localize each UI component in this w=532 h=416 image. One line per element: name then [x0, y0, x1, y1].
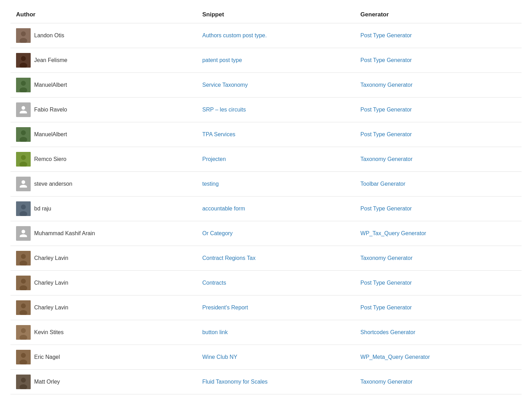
author-cell: Matt Orley — [10, 370, 197, 394]
snippet-link[interactable]: testing — [202, 181, 219, 187]
author-cell: Charley Lavin — [10, 271, 197, 295]
generator-link[interactable]: Post Type Generator — [360, 305, 412, 310]
generator-cell[interactable]: Post Type Generator — [355, 295, 522, 320]
author-name: Remco Siero — [34, 156, 66, 162]
svg-point-4 — [21, 56, 26, 61]
avatar — [16, 28, 31, 43]
main-container: Author Snippet Generator Landon OtisAuth… — [0, 0, 532, 401]
generator-link[interactable]: Toolbar Generator — [360, 181, 405, 187]
snippet-link[interactable]: TPA Services — [202, 131, 235, 137]
generator-link[interactable]: Post Type Generator — [360, 131, 412, 137]
snippet-link[interactable]: Contract Regions Tax — [202, 255, 256, 261]
author-name: Muhammad Kashif Arain — [34, 230, 95, 237]
snippet-link[interactable]: President's Report — [202, 305, 248, 310]
avatar — [16, 350, 31, 364]
snippet-link[interactable]: Fluid Taxonomy for Scales — [202, 379, 267, 385]
generator-header: Generator — [355, 7, 522, 23]
generator-link[interactable]: Taxonomy Generator — [360, 255, 412, 261]
snippet-cell[interactable]: Projecten — [197, 147, 355, 172]
avatar — [16, 300, 31, 315]
table-row: Charley LavinContractsPost Type Generato… — [10, 271, 522, 295]
snippet-cell[interactable]: Authors custom post type. — [197, 23, 355, 48]
svg-point-1 — [21, 31, 26, 36]
generator-cell[interactable]: Post Type Generator — [355, 122, 522, 147]
table-row: Charley LavinContract Regions TaxTaxonom… — [10, 246, 522, 271]
generator-cell[interactable]: Post Type Generator — [355, 271, 522, 295]
snippet-cell[interactable]: President's Report — [197, 295, 355, 320]
svg-point-22 — [21, 279, 26, 284]
author-cell: Fabio Ravelo — [10, 98, 197, 122]
snippet-cell[interactable]: SRP – les circuits — [197, 98, 355, 122]
snippet-cell[interactable]: button link — [197, 320, 355, 345]
generator-cell[interactable]: Post Type Generator — [355, 48, 522, 73]
table-row: steve andersontestingToolbar Generator — [10, 172, 522, 197]
generator-link[interactable]: Taxonomy Generator — [360, 82, 412, 88]
author-info: Fabio Ravelo — [16, 102, 191, 117]
snippet-cell[interactable]: Contracts — [197, 271, 355, 295]
snippet-link[interactable]: Contracts — [202, 280, 226, 286]
avatar — [16, 375, 31, 389]
snippet-link[interactable]: Projecten — [202, 156, 226, 162]
generator-link[interactable]: WP_Tax_Query Generator — [360, 230, 426, 236]
snippet-cell[interactable]: Contract Regions Tax — [197, 246, 355, 271]
author-header: Author — [10, 7, 197, 23]
avatar — [16, 226, 31, 241]
avatar — [16, 78, 31, 92]
generator-cell[interactable]: Taxonomy Generator — [355, 73, 522, 98]
table-row: Matt OrleyFluid Taxonomy for ScalesTaxon… — [10, 370, 522, 394]
generator-link[interactable]: Taxonomy Generator — [360, 156, 412, 162]
generator-link[interactable]: Post Type Generator — [360, 57, 412, 63]
snippet-link[interactable]: patent post type — [202, 57, 242, 63]
author-cell: bd raju — [10, 197, 197, 221]
table-row: ManuelAlbertTPA ServicesPost Type Genera… — [10, 122, 522, 147]
svg-point-7 — [21, 81, 26, 86]
author-info: Matt Orley — [16, 375, 191, 389]
snippet-link[interactable]: Wine Club NY — [202, 354, 237, 360]
generator-cell[interactable]: Taxonomy Generator — [355, 147, 522, 172]
table-row: Landon OtisAuthors custom post type.Post… — [10, 23, 522, 48]
author-info: Jean Felisme — [16, 53, 191, 68]
author-info: Charley Lavin — [16, 300, 191, 315]
avatar — [16, 177, 31, 191]
generator-cell[interactable]: Post Type Generator — [355, 23, 522, 48]
snippet-cell[interactable]: Or Category — [197, 221, 355, 246]
author-info: Remco Siero — [16, 152, 191, 167]
author-cell: Eric Nagel — [10, 345, 197, 370]
snippet-link[interactable]: accountable form — [202, 206, 245, 211]
snippet-link[interactable]: Or Category — [202, 230, 233, 236]
snippet-cell[interactable]: Service Taxonomy — [197, 73, 355, 98]
generator-cell[interactable]: Taxonomy Generator — [355, 246, 522, 271]
svg-point-31 — [21, 353, 26, 358]
generator-link[interactable]: Post Type Generator — [360, 107, 412, 113]
generator-link[interactable]: Post Type Generator — [360, 280, 412, 286]
snippet-cell[interactable]: Fluid Taxonomy for Scales — [197, 370, 355, 394]
generator-cell[interactable]: Post Type Generator — [355, 98, 522, 122]
table-row: Kevin Stitesbutton linkShortcodes Genera… — [10, 320, 522, 345]
snippet-link[interactable]: Service Taxonomy — [202, 82, 248, 88]
generator-link[interactable]: WP_Meta_Query Generator — [360, 354, 430, 360]
generator-link[interactable]: Shortcodes Generator — [360, 329, 415, 335]
svg-point-19 — [21, 254, 26, 259]
generator-cell[interactable]: Post Type Generator — [355, 197, 522, 221]
author-info: Charley Lavin — [16, 251, 191, 265]
author-cell: Jean Felisme — [10, 48, 197, 73]
snippet-link[interactable]: Authors custom post type. — [202, 32, 267, 38]
snippet-link[interactable]: SRP – les circuits — [202, 107, 246, 113]
snippet-cell[interactable]: patent post type — [197, 48, 355, 73]
snippet-cell[interactable]: accountable form — [197, 197, 355, 221]
generator-link[interactable]: Post Type Generator — [360, 32, 412, 38]
generator-cell[interactable]: WP_Tax_Query Generator — [355, 221, 522, 246]
generator-cell[interactable]: WP_Meta_Query Generator — [355, 345, 522, 370]
author-name: Eric Nagel — [34, 354, 60, 360]
generator-link[interactable]: Post Type Generator — [360, 206, 412, 211]
snippet-cell[interactable]: testing — [197, 172, 355, 197]
generator-link[interactable]: Taxonomy Generator — [360, 379, 412, 385]
snippet-cell[interactable]: TPA Services — [197, 122, 355, 147]
svg-point-28 — [21, 328, 26, 333]
generator-cell[interactable]: Shortcodes Generator — [355, 320, 522, 345]
generator-cell[interactable]: Taxonomy Generator — [355, 370, 522, 394]
avatar — [16, 325, 31, 340]
snippet-cell[interactable]: Wine Club NY — [197, 345, 355, 370]
snippet-link[interactable]: button link — [202, 329, 228, 335]
generator-cell[interactable]: Toolbar Generator — [355, 172, 522, 197]
